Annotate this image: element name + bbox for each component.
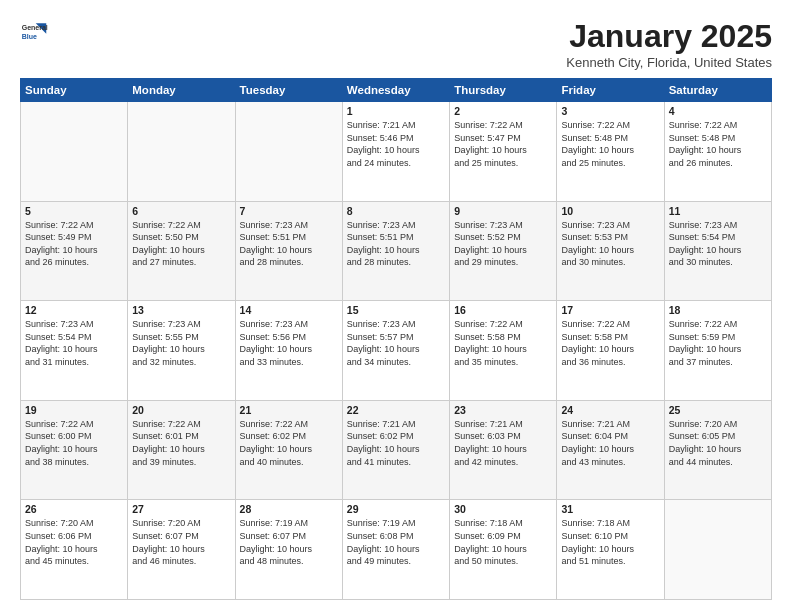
table-row: 27Sunrise: 7:20 AM Sunset: 6:07 PM Dayli… xyxy=(128,500,235,600)
day-number: 30 xyxy=(454,503,552,515)
table-row: 10Sunrise: 7:23 AM Sunset: 5:53 PM Dayli… xyxy=(557,201,664,301)
logo-icon: General Blue xyxy=(20,18,48,46)
day-number: 3 xyxy=(561,105,659,117)
day-number: 4 xyxy=(669,105,767,117)
day-number: 24 xyxy=(561,404,659,416)
day-info: Sunrise: 7:22 AM Sunset: 5:59 PM Dayligh… xyxy=(669,318,767,368)
week-row-2: 12Sunrise: 7:23 AM Sunset: 5:54 PM Dayli… xyxy=(21,301,772,401)
svg-rect-0 xyxy=(20,18,48,46)
weekday-monday: Monday xyxy=(128,79,235,102)
logo: General Blue xyxy=(20,18,48,46)
day-number: 17 xyxy=(561,304,659,316)
day-number: 6 xyxy=(132,205,230,217)
day-info: Sunrise: 7:22 AM Sunset: 5:48 PM Dayligh… xyxy=(561,119,659,169)
table-row: 14Sunrise: 7:23 AM Sunset: 5:56 PM Dayli… xyxy=(235,301,342,401)
day-number: 13 xyxy=(132,304,230,316)
day-number: 20 xyxy=(132,404,230,416)
weekday-friday: Friday xyxy=(557,79,664,102)
weekday-thursday: Thursday xyxy=(450,79,557,102)
day-number: 10 xyxy=(561,205,659,217)
day-number: 14 xyxy=(240,304,338,316)
calendar-table: Sunday Monday Tuesday Wednesday Thursday… xyxy=(20,78,772,600)
table-row: 28Sunrise: 7:19 AM Sunset: 6:07 PM Dayli… xyxy=(235,500,342,600)
table-row xyxy=(664,500,771,600)
table-row: 29Sunrise: 7:19 AM Sunset: 6:08 PM Dayli… xyxy=(342,500,449,600)
weekday-tuesday: Tuesday xyxy=(235,79,342,102)
day-number: 22 xyxy=(347,404,445,416)
day-info: Sunrise: 7:21 AM Sunset: 6:03 PM Dayligh… xyxy=(454,418,552,468)
day-info: Sunrise: 7:22 AM Sunset: 5:47 PM Dayligh… xyxy=(454,119,552,169)
table-row: 19Sunrise: 7:22 AM Sunset: 6:00 PM Dayli… xyxy=(21,400,128,500)
week-row-0: 1Sunrise: 7:21 AM Sunset: 5:46 PM Daylig… xyxy=(21,102,772,202)
page: General Blue January 2025 Kenneth City, … xyxy=(0,0,792,612)
title-block: January 2025 Kenneth City, Florida, Unit… xyxy=(566,18,772,70)
day-number: 11 xyxy=(669,205,767,217)
week-row-4: 26Sunrise: 7:20 AM Sunset: 6:06 PM Dayli… xyxy=(21,500,772,600)
table-row: 25Sunrise: 7:20 AM Sunset: 6:05 PM Dayli… xyxy=(664,400,771,500)
day-info: Sunrise: 7:22 AM Sunset: 5:48 PM Dayligh… xyxy=(669,119,767,169)
day-info: Sunrise: 7:22 AM Sunset: 5:58 PM Dayligh… xyxy=(454,318,552,368)
day-info: Sunrise: 7:20 AM Sunset: 6:05 PM Dayligh… xyxy=(669,418,767,468)
day-number: 25 xyxy=(669,404,767,416)
table-row: 18Sunrise: 7:22 AM Sunset: 5:59 PM Dayli… xyxy=(664,301,771,401)
day-number: 5 xyxy=(25,205,123,217)
day-number: 12 xyxy=(25,304,123,316)
day-info: Sunrise: 7:18 AM Sunset: 6:10 PM Dayligh… xyxy=(561,517,659,567)
week-row-3: 19Sunrise: 7:22 AM Sunset: 6:00 PM Dayli… xyxy=(21,400,772,500)
day-number: 2 xyxy=(454,105,552,117)
day-info: Sunrise: 7:23 AM Sunset: 5:55 PM Dayligh… xyxy=(132,318,230,368)
calendar-title: January 2025 xyxy=(566,18,772,55)
day-number: 29 xyxy=(347,503,445,515)
day-number: 21 xyxy=(240,404,338,416)
table-row: 22Sunrise: 7:21 AM Sunset: 6:02 PM Dayli… xyxy=(342,400,449,500)
day-number: 1 xyxy=(347,105,445,117)
day-number: 19 xyxy=(25,404,123,416)
calendar-subtitle: Kenneth City, Florida, United States xyxy=(566,55,772,70)
table-row: 21Sunrise: 7:22 AM Sunset: 6:02 PM Dayli… xyxy=(235,400,342,500)
svg-text:Blue: Blue xyxy=(22,33,37,40)
svg-text:General: General xyxy=(22,24,48,31)
day-info: Sunrise: 7:21 AM Sunset: 6:02 PM Dayligh… xyxy=(347,418,445,468)
table-row xyxy=(21,102,128,202)
day-info: Sunrise: 7:18 AM Sunset: 6:09 PM Dayligh… xyxy=(454,517,552,567)
day-info: Sunrise: 7:20 AM Sunset: 6:07 PM Dayligh… xyxy=(132,517,230,567)
table-row: 30Sunrise: 7:18 AM Sunset: 6:09 PM Dayli… xyxy=(450,500,557,600)
day-info: Sunrise: 7:23 AM Sunset: 5:56 PM Dayligh… xyxy=(240,318,338,368)
table-row: 20Sunrise: 7:22 AM Sunset: 6:01 PM Dayli… xyxy=(128,400,235,500)
table-row: 13Sunrise: 7:23 AM Sunset: 5:55 PM Dayli… xyxy=(128,301,235,401)
day-number: 27 xyxy=(132,503,230,515)
table-row: 23Sunrise: 7:21 AM Sunset: 6:03 PM Dayli… xyxy=(450,400,557,500)
day-info: Sunrise: 7:22 AM Sunset: 5:50 PM Dayligh… xyxy=(132,219,230,269)
day-number: 28 xyxy=(240,503,338,515)
day-number: 9 xyxy=(454,205,552,217)
day-info: Sunrise: 7:19 AM Sunset: 6:08 PM Dayligh… xyxy=(347,517,445,567)
table-row: 9Sunrise: 7:23 AM Sunset: 5:52 PM Daylig… xyxy=(450,201,557,301)
day-number: 8 xyxy=(347,205,445,217)
weekday-sunday: Sunday xyxy=(21,79,128,102)
table-row: 3Sunrise: 7:22 AM Sunset: 5:48 PM Daylig… xyxy=(557,102,664,202)
day-number: 26 xyxy=(25,503,123,515)
table-row: 15Sunrise: 7:23 AM Sunset: 5:57 PM Dayli… xyxy=(342,301,449,401)
table-row: 6Sunrise: 7:22 AM Sunset: 5:50 PM Daylig… xyxy=(128,201,235,301)
table-row: 11Sunrise: 7:23 AM Sunset: 5:54 PM Dayli… xyxy=(664,201,771,301)
day-info: Sunrise: 7:22 AM Sunset: 6:00 PM Dayligh… xyxy=(25,418,123,468)
table-row: 2Sunrise: 7:22 AM Sunset: 5:47 PM Daylig… xyxy=(450,102,557,202)
day-info: Sunrise: 7:22 AM Sunset: 5:49 PM Dayligh… xyxy=(25,219,123,269)
weekday-header-row: Sunday Monday Tuesday Wednesday Thursday… xyxy=(21,79,772,102)
day-info: Sunrise: 7:23 AM Sunset: 5:54 PM Dayligh… xyxy=(669,219,767,269)
day-info: Sunrise: 7:22 AM Sunset: 5:58 PM Dayligh… xyxy=(561,318,659,368)
day-info: Sunrise: 7:23 AM Sunset: 5:54 PM Dayligh… xyxy=(25,318,123,368)
day-info: Sunrise: 7:22 AM Sunset: 6:02 PM Dayligh… xyxy=(240,418,338,468)
table-row: 12Sunrise: 7:23 AM Sunset: 5:54 PM Dayli… xyxy=(21,301,128,401)
weekday-saturday: Saturday xyxy=(664,79,771,102)
day-number: 31 xyxy=(561,503,659,515)
table-row: 7Sunrise: 7:23 AM Sunset: 5:51 PM Daylig… xyxy=(235,201,342,301)
day-info: Sunrise: 7:21 AM Sunset: 6:04 PM Dayligh… xyxy=(561,418,659,468)
header: General Blue January 2025 Kenneth City, … xyxy=(20,18,772,70)
table-row: 1Sunrise: 7:21 AM Sunset: 5:46 PM Daylig… xyxy=(342,102,449,202)
day-number: 15 xyxy=(347,304,445,316)
day-info: Sunrise: 7:19 AM Sunset: 6:07 PM Dayligh… xyxy=(240,517,338,567)
day-info: Sunrise: 7:20 AM Sunset: 6:06 PM Dayligh… xyxy=(25,517,123,567)
day-number: 23 xyxy=(454,404,552,416)
table-row: 24Sunrise: 7:21 AM Sunset: 6:04 PM Dayli… xyxy=(557,400,664,500)
